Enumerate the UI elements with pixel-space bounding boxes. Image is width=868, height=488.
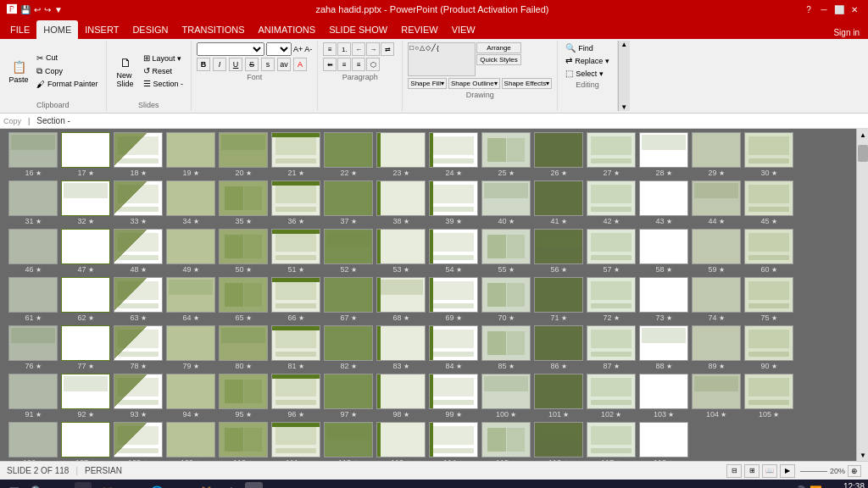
slide-star-102[interactable]: ★ bbox=[615, 411, 621, 419]
slide-item-87[interactable]: 87★ bbox=[587, 325, 636, 370]
slide-item-32[interactable]: 32★ bbox=[61, 180, 110, 225]
slide-item-62[interactable]: 62★ bbox=[61, 277, 110, 322]
slide-star-76[interactable]: ★ bbox=[36, 363, 42, 370]
slide-item-51[interactable]: 51★ bbox=[271, 229, 320, 274]
slide-item-59[interactable]: 59★ bbox=[692, 229, 741, 274]
slide-item-93[interactable]: 93★ bbox=[114, 374, 163, 419]
slide-item-52[interactable]: 52★ bbox=[324, 229, 373, 274]
slide-star-64[interactable]: ★ bbox=[193, 314, 199, 322]
slide-star-62[interactable]: ★ bbox=[88, 314, 94, 322]
slide-item-57[interactable]: 57★ bbox=[587, 229, 636, 274]
slide-star-112[interactable]: ★ bbox=[353, 459, 359, 462]
font-name-select[interactable] bbox=[197, 42, 264, 56]
slide-item-88[interactable]: 88★ bbox=[639, 325, 688, 370]
slide-item-91[interactable]: 91★ bbox=[8, 374, 58, 419]
slide-item-31[interactable]: 31★ bbox=[8, 180, 58, 225]
slide-item-111[interactable]: 111★ bbox=[271, 422, 320, 461]
slide-item-79[interactable]: 79★ bbox=[166, 325, 215, 370]
slide-item-105[interactable]: 105★ bbox=[744, 374, 793, 419]
scroll-up-arrow[interactable]: ▲ bbox=[857, 129, 868, 141]
slide-star-71[interactable]: ★ bbox=[561, 314, 567, 322]
slide-star-44[interactable]: ★ bbox=[719, 218, 725, 225]
slide-star-24[interactable]: ★ bbox=[456, 169, 462, 177]
slide-item-48[interactable]: 48★ bbox=[114, 229, 163, 274]
slide-star-105[interactable]: ★ bbox=[773, 411, 779, 419]
tab-review[interactable]: REVIEW bbox=[394, 20, 444, 39]
slide-star-54[interactable]: ★ bbox=[456, 266, 462, 274]
underline-button[interactable]: U bbox=[229, 58, 242, 71]
slide-item-49[interactable]: 49★ bbox=[166, 229, 215, 274]
slide-star-31[interactable]: ★ bbox=[36, 218, 42, 225]
slide-star-56[interactable]: ★ bbox=[561, 266, 567, 274]
slide-item-37[interactable]: 37★ bbox=[324, 180, 373, 225]
slide-star-22[interactable]: ★ bbox=[351, 169, 357, 177]
slide-star-37[interactable]: ★ bbox=[351, 218, 357, 225]
slide-star-40[interactable]: ★ bbox=[509, 218, 515, 225]
slide-star-107[interactable]: ★ bbox=[90, 459, 96, 462]
slide-star-73[interactable]: ★ bbox=[666, 314, 672, 322]
slide-item-22[interactable]: 22★ bbox=[324, 132, 373, 177]
slide-star-89[interactable]: ★ bbox=[719, 363, 725, 370]
close-button[interactable]: ✕ bbox=[848, 3, 861, 15]
find-button[interactable]: 🔍 Find bbox=[563, 42, 612, 53]
slide-star-23[interactable]: ★ bbox=[403, 169, 409, 177]
section-button[interactable]: ☰ Section - bbox=[141, 78, 186, 89]
slide-star-48[interactable]: ★ bbox=[141, 266, 147, 274]
slide-item-114[interactable]: 114★ bbox=[429, 422, 478, 461]
slide-star-61[interactable]: ★ bbox=[36, 314, 42, 322]
slide-item-38[interactable]: 38★ bbox=[376, 180, 426, 225]
slide-star-21[interactable]: ★ bbox=[298, 169, 304, 177]
slide-star-65[interactable]: ★ bbox=[246, 314, 252, 322]
restore-button[interactable]: ⬜ bbox=[832, 3, 846, 15]
slide-star-103[interactable]: ★ bbox=[668, 411, 674, 419]
slide-item-47[interactable]: 47★ bbox=[61, 229, 110, 274]
slide-item-104[interactable]: 104★ bbox=[692, 374, 741, 419]
slide-star-60[interactable]: ★ bbox=[771, 266, 777, 274]
slide-star-88[interactable]: ★ bbox=[666, 363, 672, 370]
slide-show-button[interactable]: ▶ bbox=[780, 464, 795, 478]
scroll-thumb[interactable] bbox=[858, 145, 868, 162]
slide-item-107[interactable]: 107★ bbox=[61, 422, 110, 461]
slide-item-63[interactable]: 63★ bbox=[114, 277, 163, 322]
slide-star-93[interactable]: ★ bbox=[141, 411, 147, 419]
tab-animations[interactable]: ANIMATIONS bbox=[252, 20, 323, 39]
slide-item-28[interactable]: 28★ bbox=[639, 132, 688, 177]
slide-sorter-button[interactable]: ⊞ bbox=[744, 464, 760, 478]
paste-button[interactable]: 📋 Paste bbox=[5, 57, 32, 86]
slide-item-43[interactable]: 43★ bbox=[639, 180, 688, 225]
slide-star-57[interactable]: ★ bbox=[614, 266, 620, 274]
slide-item-54[interactable]: 54★ bbox=[429, 229, 478, 274]
decrease-indent-button[interactable]: ← bbox=[352, 42, 365, 56]
slide-star-58[interactable]: ★ bbox=[666, 266, 672, 274]
scroll-down-arrow[interactable]: ▼ bbox=[857, 449, 868, 461]
slide-item-116[interactable]: 116★ bbox=[534, 422, 583, 461]
slide-star-45[interactable]: ★ bbox=[771, 218, 777, 225]
new-slide-button[interactable]: 🗋 NewSlide bbox=[112, 53, 139, 90]
numbering-button[interactable]: 1. bbox=[337, 42, 351, 56]
slide-item-112[interactable]: 112★ bbox=[324, 422, 373, 461]
slide-star-67[interactable]: ★ bbox=[351, 314, 357, 322]
slide-item-77[interactable]: 77★ bbox=[61, 325, 110, 370]
shape-effects-button[interactable]: Shape Effects▾ bbox=[502, 78, 553, 89]
slide-item-115[interactable]: 115★ bbox=[481, 422, 531, 461]
clock[interactable]: 12:38 ۱۴۰۲/۱۱/۰۲ bbox=[826, 482, 865, 488]
tab-home[interactable]: HOME bbox=[36, 20, 78, 39]
slide-item-29[interactable]: 29★ bbox=[692, 132, 741, 177]
align-text-button[interactable]: ≡ bbox=[352, 58, 365, 71]
slide-item-35[interactable]: 35★ bbox=[219, 180, 268, 225]
shape-outline-button[interactable]: Shape Outline▾ bbox=[448, 78, 500, 89]
search-button[interactable]: 🔍 bbox=[27, 482, 47, 488]
slide-item-100[interactable]: 100★ bbox=[481, 374, 531, 419]
slide-item-20[interactable]: 20★ bbox=[219, 132, 268, 177]
mail-app[interactable]: ✉ bbox=[122, 482, 142, 488]
slide-star-115[interactable]: ★ bbox=[510, 459, 516, 462]
slide-item-82[interactable]: 82★ bbox=[324, 325, 373, 370]
italic-button[interactable]: I bbox=[213, 58, 226, 71]
copy-button[interactable]: ⧉ Copy bbox=[34, 65, 101, 77]
slide-item-42[interactable]: 42★ bbox=[587, 180, 636, 225]
slide-star-104[interactable]: ★ bbox=[721, 411, 726, 419]
slide-item-113[interactable]: 113★ bbox=[376, 422, 426, 461]
slide-star-108[interactable]: ★ bbox=[142, 459, 148, 462]
ribbon-scrollbar[interactable]: ▲ ▼ bbox=[618, 41, 630, 111]
slide-item-67[interactable]: 67★ bbox=[324, 277, 373, 322]
